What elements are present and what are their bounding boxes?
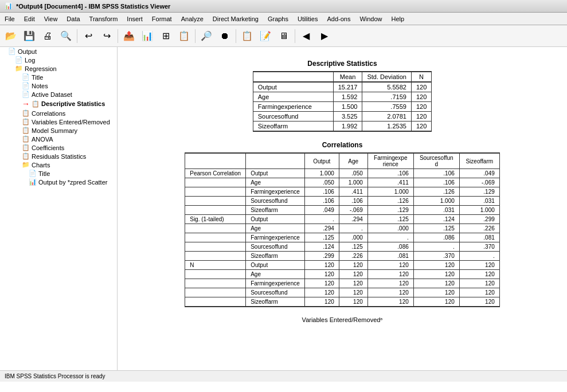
corr-cell-output: 120 bbox=[304, 270, 339, 279]
table-row: Farmingexperience 1.500 .7559 120 bbox=[253, 102, 432, 112]
menu-insert[interactable]: Insert bbox=[122, 14, 147, 23]
sidebar-item-correlations[interactable]: 📋 Correlations bbox=[0, 109, 117, 117]
forward-button[interactable]: ↪ bbox=[98, 28, 115, 45]
sidebar-item-log[interactable]: 📄 Log bbox=[0, 56, 117, 64]
sidebar-item-anova[interactable]: 📋 ANOVA bbox=[0, 135, 117, 143]
corr-row-type bbox=[185, 197, 246, 206]
menu-utilities[interactable]: Utilities bbox=[293, 14, 322, 23]
print-button[interactable]: 🖨 bbox=[39, 28, 56, 45]
corr-cell-age: .411 bbox=[339, 187, 367, 197]
corr-cell-output: .125 bbox=[304, 233, 339, 242]
data-table-button[interactable]: 📋 bbox=[175, 28, 193, 45]
title2-icon: 📄 bbox=[29, 170, 37, 177]
next-button[interactable]: ▶ bbox=[316, 28, 333, 45]
sidebar-item-variables-entered[interactable]: 📋 Variables Entered/Removed bbox=[0, 117, 117, 126]
sidebar-item-charts[interactable]: 📁 Charts bbox=[0, 160, 117, 169]
corr-cell-age: 120 bbox=[339, 270, 367, 279]
chart-button[interactable]: 📊 bbox=[139, 28, 156, 45]
menu-help[interactable]: Help bbox=[387, 14, 409, 23]
sidebar-item-model-summary[interactable]: 📋 Model Summary bbox=[0, 126, 117, 135]
ds-row-n: 120 bbox=[411, 92, 431, 102]
corr-row-type bbox=[185, 206, 246, 215]
record-button[interactable]: ⏺ bbox=[216, 28, 233, 45]
pivot-button[interactable]: ⊞ bbox=[157, 28, 174, 45]
sidebar-label-descriptive-stats: Descriptive Statistics bbox=[41, 100, 105, 107]
open-button[interactable]: 📂 bbox=[2, 28, 19, 45]
corr-cell-age: 120 bbox=[339, 288, 367, 297]
table-row: Farmingexperience 120 120 120 120 120 bbox=[185, 279, 500, 288]
corr-row-type bbox=[185, 178, 246, 187]
corr-cell-sources: .124 bbox=[413, 215, 459, 224]
menu-edit[interactable]: Edit bbox=[19, 14, 40, 23]
sidebar-item-residuals[interactable]: 📋 Residuals Statistics bbox=[0, 152, 117, 160]
sidebar-item-coefficients[interactable]: 📋 Coefficients bbox=[0, 143, 117, 152]
corr-col-sources: Sourcesoffund bbox=[413, 153, 459, 169]
corr-cell-farming: .129 bbox=[367, 206, 413, 215]
ds-row-n: 120 bbox=[411, 121, 431, 132]
corr-row-type: Pearson Correlation bbox=[185, 169, 246, 178]
table-row: Sizeoffarm 1.992 1.2535 120 bbox=[253, 121, 432, 132]
sidebar-item-title1[interactable]: 📄 Title bbox=[0, 73, 117, 81]
menu-view[interactable]: View bbox=[40, 14, 62, 23]
table-row: Age 1.592 .7159 120 bbox=[253, 92, 432, 102]
corr-cell-sources: .106 bbox=[413, 169, 459, 178]
ds-col-n: N bbox=[411, 72, 431, 82]
sidebar-item-notes[interactable]: 📄 Notes bbox=[0, 81, 117, 90]
sidebar-label-output: Output bbox=[18, 48, 37, 55]
active-dataset-icon: 📄 bbox=[22, 91, 30, 98]
corr-row-type bbox=[185, 187, 246, 197]
sidebar-item-descriptive-stats[interactable]: → 📋 Descriptive Statistics bbox=[0, 99, 117, 109]
back-button[interactable]: ↩ bbox=[80, 28, 97, 45]
sidebar-label-active-dataset: Active Dataset bbox=[32, 91, 72, 98]
scatter-icon: 📊 bbox=[29, 178, 37, 186]
menu-data[interactable]: Data bbox=[62, 14, 84, 23]
menu-add-ons[interactable]: Add-ons bbox=[322, 14, 355, 23]
ds-row-mean: 1.592 bbox=[333, 92, 362, 102]
corr-cell-output: .124 bbox=[304, 242, 339, 252]
ds-row-std: 2.0781 bbox=[362, 112, 411, 121]
menu-graphs[interactable]: Graphs bbox=[263, 14, 293, 23]
variables-icon: 📋 bbox=[22, 118, 30, 126]
ds-col-std: Std. Deviation bbox=[362, 72, 411, 82]
search-button[interactable]: 🔎 bbox=[198, 28, 215, 45]
menu-analyze[interactable]: Analyze bbox=[177, 14, 208, 23]
ds-row-n: 120 bbox=[411, 102, 431, 112]
sidebar-item-regression[interactable]: 📁 Regression bbox=[0, 64, 117, 73]
sidebar-item-active-dataset[interactable]: 📄 Active Dataset bbox=[0, 90, 117, 99]
export-button[interactable]: 📤 bbox=[120, 28, 138, 45]
table-row: Age 120 120 120 120 120 bbox=[185, 270, 500, 279]
desc-stats-icon: 📋 bbox=[32, 100, 40, 108]
corr-row-var: Sizeoffarm bbox=[246, 252, 305, 261]
ds-row-mean: 1.500 bbox=[333, 102, 362, 112]
prev-button[interactable]: ◀ bbox=[298, 28, 315, 45]
descriptive-stats-title: Descriptive Statistics bbox=[129, 60, 556, 68]
sep3 bbox=[195, 29, 195, 43]
corr-cell-farming: 120 bbox=[367, 297, 413, 307]
sidebar-item-scatter[interactable]: 📊 Output by *zpred Scatter bbox=[0, 178, 117, 186]
menu-window[interactable]: Window bbox=[355, 14, 386, 23]
bottom-note-text: Variables Entered/Removedᵃ bbox=[302, 316, 383, 323]
regression-folder-icon: 📁 bbox=[15, 65, 23, 72]
ds-row-label: Sizeoffarm bbox=[253, 121, 333, 132]
menu-transform[interactable]: Transform bbox=[85, 14, 123, 23]
edit-btn2[interactable]: 📝 bbox=[257, 28, 274, 45]
menu-format[interactable]: Format bbox=[147, 14, 177, 23]
menu-direct-marketing[interactable]: Direct Marketing bbox=[208, 14, 263, 23]
corr-row-type bbox=[185, 252, 246, 261]
corr-cell-sources: . bbox=[413, 242, 459, 252]
sidebar-label-coefficients: Coefficients bbox=[32, 144, 64, 151]
ds-row-std: 5.5582 bbox=[362, 82, 411, 92]
copy-button[interactable]: 📋 bbox=[238, 28, 256, 45]
ds-row-std: .7159 bbox=[362, 92, 411, 102]
find-button[interactable]: 🔍 bbox=[57, 28, 75, 45]
corr-cell-sources: 120 bbox=[413, 279, 459, 288]
sidebar-label-residuals: Residuals Statistics bbox=[32, 153, 86, 160]
corr-cell-size: 1.000 bbox=[459, 206, 499, 215]
save-button[interactable]: 💾 bbox=[21, 28, 38, 45]
view2-button[interactable]: 🖥 bbox=[275, 28, 292, 45]
ds-row-label: Age bbox=[253, 92, 333, 102]
sidebar-item-output[interactable]: 📄 Output bbox=[0, 47, 117, 56]
menu-file[interactable]: File bbox=[0, 14, 19, 23]
sidebar-item-title2[interactable]: 📄 Title bbox=[0, 169, 117, 178]
table-row: Pearson Correlation Output 1.000 .050 .1… bbox=[185, 169, 500, 178]
